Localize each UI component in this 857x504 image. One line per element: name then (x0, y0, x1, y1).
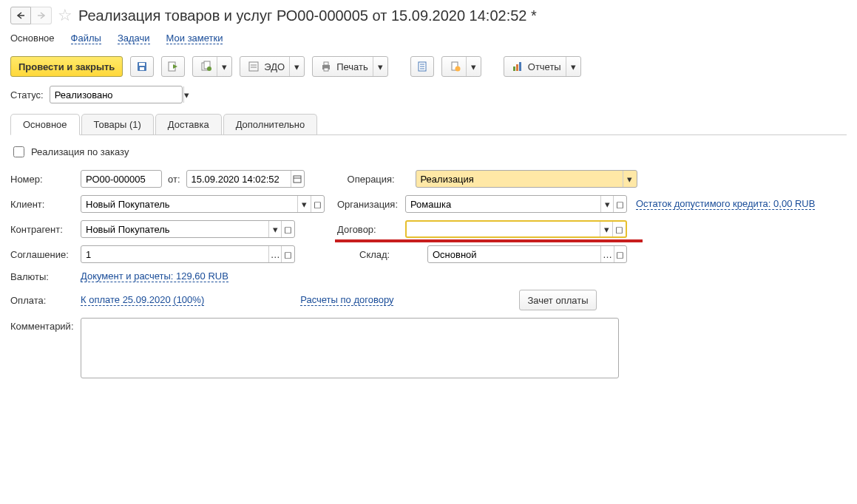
chevron-down-icon[interactable]: ▾ (297, 196, 311, 212)
contract-field[interactable]: ▾ ◻ (405, 220, 627, 238)
chevron-down-icon[interactable]: ▾ (623, 171, 637, 187)
status-select[interactable]: ▾ (50, 86, 183, 103)
red-highlight (335, 239, 643, 242)
client-field[interactable]: ▾ ◻ (81, 195, 325, 213)
svg-rect-4 (140, 67, 144, 70)
svg-point-8 (207, 67, 211, 71)
agreement-label: Соглашение: (10, 249, 81, 260)
list-icon (416, 61, 428, 72)
print-button[interactable]: Печать ▾ (312, 56, 388, 77)
nav-tasks[interactable]: Задачи (118, 33, 150, 44)
chevron-down-icon[interactable]: ▾ (600, 196, 614, 212)
status-label: Статус: (10, 89, 44, 101)
payment-link[interactable]: К оплате 25.09.2020 (100%) (81, 294, 204, 306)
chevron-down-icon: ▾ (566, 57, 580, 76)
nav-notes[interactable]: Мои заметки (166, 33, 223, 44)
currency-link[interactable]: Документ и расчеты: 129,60 RUB (81, 270, 228, 282)
ellipsis-icon[interactable]: … (600, 246, 613, 262)
number-field[interactable] (81, 170, 162, 188)
open-icon[interactable]: ◻ (614, 246, 626, 262)
svg-point-20 (455, 67, 460, 72)
chevron-down-icon: ▾ (289, 57, 304, 76)
docs-icon (200, 61, 212, 72)
svg-rect-13 (324, 62, 328, 65)
svg-rect-14 (324, 68, 328, 71)
reports-button[interactable]: Отчеты ▾ (504, 56, 581, 77)
page-title: Реализация товаров и услуг РО00-000005 о… (78, 7, 537, 24)
svg-rect-23 (519, 62, 521, 71)
payment-label: Оплата: (10, 295, 81, 306)
open-icon[interactable]: ◻ (281, 246, 294, 262)
edo-button[interactable]: ЭДО ▾ (240, 56, 305, 77)
arrow-right-icon (37, 12, 46, 19)
chevron-down-icon: ▾ (373, 57, 387, 76)
save-button[interactable] (130, 56, 154, 77)
svg-rect-21 (513, 67, 515, 71)
svg-rect-24 (294, 176, 301, 183)
date-field[interactable] (186, 170, 305, 188)
svg-rect-9 (249, 62, 258, 71)
post-button[interactable] (161, 56, 185, 77)
warehouse-field[interactable]: … ◻ (427, 245, 627, 263)
open-icon[interactable]: ◻ (281, 221, 294, 237)
counterparty-label: Контрагент: (10, 224, 81, 235)
from-label: от: (168, 174, 180, 185)
printer-icon (320, 61, 332, 72)
chevron-down-icon[interactable]: ▾ (268, 221, 282, 237)
calc-by-contract-link[interactable]: Расчеты по договору (300, 294, 393, 306)
counterparty-field[interactable]: ▾ ◻ (81, 220, 295, 238)
ellipsis-icon[interactable]: … (268, 246, 282, 262)
post-icon (167, 61, 179, 72)
offset-payment-button[interactable]: Зачет оплаты (519, 290, 596, 310)
vat-button[interactable] (410, 56, 434, 77)
org-field[interactable]: ▾ ◻ (405, 195, 627, 213)
open-icon[interactable]: ◻ (612, 222, 626, 236)
warehouse-label: Склад: (359, 249, 427, 260)
open-icon[interactable]: ◻ (613, 196, 626, 212)
attach-button[interactable]: ▾ (441, 56, 481, 77)
tab-delivery[interactable]: Доставка (155, 114, 222, 134)
svg-rect-22 (516, 64, 518, 71)
attach-icon (450, 61, 461, 72)
operation-field[interactable]: ▾ (416, 170, 637, 188)
open-icon[interactable]: ◻ (311, 196, 324, 212)
chevron-down-icon[interactable]: ▾ (183, 86, 189, 103)
nav-main[interactable]: Основное (10, 33, 55, 44)
credit-link[interactable]: Остаток допустимого кредита: 0,00 RUB (636, 198, 815, 210)
by-order-checkbox[interactable] (13, 146, 24, 157)
create-based-button[interactable]: ▾ (192, 56, 232, 77)
comment-label: Комментарий: (10, 318, 81, 378)
tab-goods[interactable]: Товары (1) (81, 114, 154, 134)
nav-back-button[interactable] (10, 7, 31, 24)
chevron-down-icon: ▾ (466, 57, 481, 76)
post-and-close-button[interactable]: Провести и закрыть (10, 56, 123, 77)
chevron-down-icon: ▾ (217, 57, 231, 76)
favorite-star-icon[interactable]: ☆ (58, 6, 72, 25)
arrow-left-icon (16, 12, 25, 19)
contract-label: Договор: (337, 224, 405, 235)
chevron-down-icon[interactable]: ▾ (600, 222, 613, 236)
client-label: Клиент: (10, 199, 81, 210)
nav-files[interactable]: Файлы (71, 33, 101, 44)
tab-extra[interactable]: Дополнительно (223, 114, 318, 134)
operation-label: Операция: (348, 174, 416, 185)
tab-main[interactable]: Основное (10, 114, 80, 135)
nav-forward-button[interactable] (31, 7, 52, 24)
chart-icon (512, 61, 524, 72)
currency-label: Валюты: (10, 271, 81, 282)
number-label: Номер: (10, 174, 81, 185)
org-label: Организация: (337, 199, 405, 210)
comment-textarea[interactable] (81, 318, 619, 378)
svg-rect-3 (139, 63, 145, 66)
edo-icon (248, 61, 260, 72)
agreement-field[interactable]: … ◻ (81, 245, 295, 263)
by-order-label: Реализация по заказу (31, 146, 129, 157)
floppy-icon (136, 61, 148, 72)
calendar-icon[interactable] (291, 171, 304, 187)
